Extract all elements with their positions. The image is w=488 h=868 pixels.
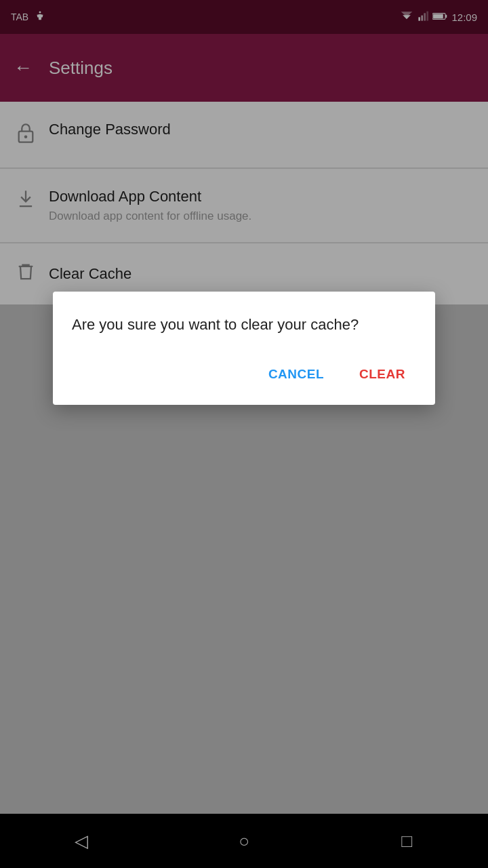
clear-cache-dialog: Are you sure you want to clear your cach… <box>53 292 435 405</box>
dialog-buttons: CANCEL CLEAR <box>72 360 416 389</box>
dialog-overlay <box>0 0 488 868</box>
clear-button[interactable]: CLEAR <box>348 360 416 389</box>
dialog-message: Are you sure you want to clear your cach… <box>72 313 416 336</box>
cancel-button[interactable]: CANCEL <box>258 360 335 389</box>
